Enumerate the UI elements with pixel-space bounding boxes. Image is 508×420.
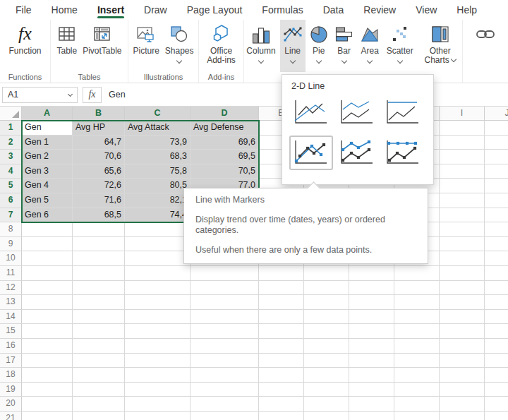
cell-I20[interactable]: [440, 397, 485, 412]
column-header-A[interactable]: A: [22, 107, 73, 121]
cell-G15[interactable]: [349, 324, 394, 339]
cell-J6[interactable]: [485, 193, 508, 208]
menu-tab-home[interactable]: Home: [52, 0, 78, 20]
row-header-6[interactable]: 6: [0, 193, 22, 208]
cell-A5[interactable]: Gen 4: [22, 179, 73, 193]
pivottable-button[interactable]: PivotTable: [80, 20, 124, 72]
shapes-chevron-down-icon[interactable]: [176, 58, 182, 64]
menu-tab-insert[interactable]: Insert: [97, 0, 124, 20]
row-header-12[interactable]: 12: [0, 281, 22, 296]
cell-J10[interactable]: [485, 251, 508, 266]
cell-I14[interactable]: [440, 310, 485, 325]
row-header-2[interactable]: 2: [0, 136, 22, 150]
cell-F16[interactable]: [304, 339, 349, 354]
cell-I17[interactable]: [440, 354, 485, 368]
cell-A1[interactable]: Gen: [22, 121, 73, 136]
cell-B18[interactable]: [73, 368, 125, 383]
table-button[interactable]: Table: [54, 20, 80, 72]
cell-B8[interactable]: [73, 222, 125, 237]
cell-B16[interactable]: [73, 339, 125, 354]
cell-H11[interactable]: [394, 266, 440, 281]
column-header-I[interactable]: I: [440, 107, 485, 121]
cell-B3[interactable]: 70,6: [73, 150, 125, 164]
cell-C11[interactable]: [125, 266, 190, 281]
cell-F13[interactable]: [304, 295, 349, 310]
cell-F20[interactable]: [304, 397, 349, 412]
pie-chevron-down-icon[interactable]: [315, 58, 321, 64]
cell-A9[interactable]: [22, 237, 73, 252]
cell-C14[interactable]: [125, 310, 190, 325]
menu-tab-help[interactable]: Help: [456, 0, 477, 20]
cell-I13[interactable]: [440, 295, 485, 310]
cell-I8[interactable]: [440, 222, 485, 237]
cell-I12[interactable]: [440, 281, 485, 296]
row-header-7[interactable]: 7: [0, 208, 22, 223]
cell-D2[interactable]: 69,6: [190, 136, 259, 150]
cell-D13[interactable]: [190, 295, 259, 310]
cell-A4[interactable]: Gen 3: [22, 164, 73, 179]
cell-I9[interactable]: [440, 237, 485, 252]
cell-I18[interactable]: [440, 368, 485, 383]
cell-E16[interactable]: [259, 339, 304, 354]
cell-F21[interactable]: [304, 412, 349, 420]
cell-C9[interactable]: [125, 237, 190, 252]
cell-C18[interactable]: [125, 368, 190, 383]
cell-B19[interactable]: [73, 383, 125, 397]
cell-C3[interactable]: 68,3: [125, 150, 190, 164]
cell-J5[interactable]: [485, 179, 508, 193]
cell-E11[interactable]: [259, 266, 304, 281]
column-chevron-down-icon[interactable]: [258, 58, 264, 64]
cell-F19[interactable]: [304, 383, 349, 397]
cell-J19[interactable]: [485, 383, 508, 397]
cell-I11[interactable]: [440, 266, 485, 281]
cell-B2[interactable]: 64,7: [73, 136, 125, 150]
row-header-3[interactable]: 3: [0, 150, 22, 164]
cell-H15[interactable]: [394, 324, 440, 339]
formula-input[interactable]: Gen: [109, 90, 126, 100]
cell-B14[interactable]: [73, 310, 125, 325]
cell-H17[interactable]: [394, 354, 440, 368]
cell-H16[interactable]: [394, 339, 440, 354]
cell-D16[interactable]: [190, 339, 259, 354]
cell-C16[interactable]: [125, 339, 190, 354]
cell-C10[interactable]: [125, 251, 190, 266]
cell-C13[interactable]: [125, 295, 190, 310]
cell-B9[interactable]: [73, 237, 125, 252]
row-header-20[interactable]: 20: [0, 397, 22, 412]
cell-D19[interactable]: [190, 383, 259, 397]
cell-I16[interactable]: [440, 339, 485, 354]
cell-A11[interactable]: [22, 266, 73, 281]
column-header-C[interactable]: C: [125, 107, 190, 121]
menu-tab-view[interactable]: View: [416, 0, 437, 20]
cell-J7[interactable]: [485, 208, 508, 223]
cell-J15[interactable]: [485, 324, 508, 339]
line-chart-button[interactable]: Line: [280, 20, 306, 72]
cell-H12[interactable]: [394, 281, 440, 296]
cell-C17[interactable]: [125, 354, 190, 368]
area-chart-button[interactable]: Area: [358, 20, 382, 72]
cell-A6[interactable]: Gen 5: [22, 193, 73, 208]
cell-F11[interactable]: [304, 266, 349, 281]
cell-E15[interactable]: [259, 324, 304, 339]
bar-chevron-down-icon[interactable]: [341, 58, 346, 64]
menu-tab-file[interactable]: File: [16, 0, 32, 20]
menu-tab-formulas[interactable]: Formulas: [262, 0, 303, 20]
other-charts-button[interactable]: Other Charts: [418, 20, 463, 72]
cell-A2[interactable]: Gen 1: [22, 136, 73, 150]
cell-H21[interactable]: [394, 412, 440, 420]
cell-J21[interactable]: [485, 412, 508, 420]
cell-A7[interactable]: Gen 6: [22, 208, 73, 223]
cell-B11[interactable]: [73, 266, 125, 281]
cell-A20[interactable]: [22, 397, 73, 412]
cell-H20[interactable]: [394, 397, 440, 412]
cell-F18[interactable]: [304, 368, 349, 383]
cell-C20[interactable]: [125, 397, 190, 412]
cell-E13[interactable]: [259, 295, 304, 310]
cell-E18[interactable]: [259, 368, 304, 383]
cell-I7[interactable]: [440, 208, 485, 223]
cell-J8[interactable]: [485, 222, 508, 237]
chart-thumbnail-stacked-line-with-markers[interactable]: [335, 136, 379, 170]
menu-tab-review[interactable]: Review: [363, 0, 396, 20]
chart-thumbnail-100-stacked-line[interactable]: [381, 95, 425, 130]
cell-D18[interactable]: [190, 368, 259, 383]
